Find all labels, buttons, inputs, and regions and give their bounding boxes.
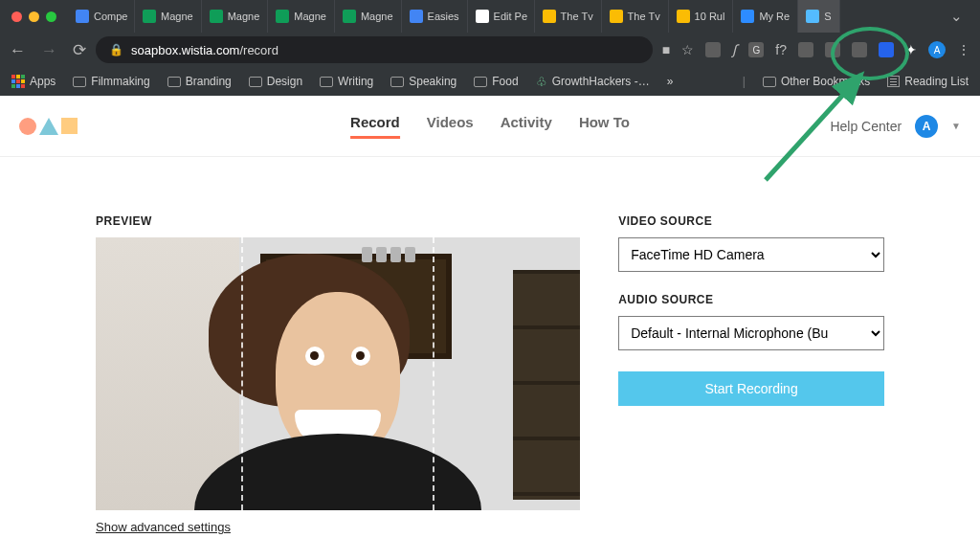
browser-tab[interactable]: Compe [68,0,135,33]
logo-triangle-icon [39,118,58,135]
ext-icon-8[interactable] [879,42,894,57]
tab-label: Easies [428,11,459,22]
page: RecordVideosActivityHow To Help Center A… [0,96,980,535]
other-bookmarks-label: Other Bookmarks [781,75,870,88]
tab-label: The Tv [561,11,593,22]
tab-overflow-icon[interactable]: ⌄ [941,8,972,25]
camera-icon[interactable]: ■ [662,42,670,57]
browser-tab[interactable]: 10 Rul [669,0,734,33]
start-recording-button[interactable]: Start Recording [618,371,884,406]
advanced-settings-link[interactable]: Show advanced settings [96,520,231,534]
chevron-down-icon[interactable]: ▼ [951,121,961,131]
folder-icon [73,77,86,87]
record-content: PREVIEW Show advanced settings VIDEO SOU… [0,157,980,535]
folder-icon [249,77,262,87]
sheets-favicon [276,10,289,23]
reading-list[interactable]: Reading List [887,75,969,88]
address-bar: ← → ⟳ 🔒 soapbox.wistia.com/record ■ ☆ ʃ … [0,33,980,67]
browser-tab[interactable]: My Re [733,0,798,33]
camera-preview [96,237,580,510]
other-bookmarks[interactable]: Other Bookmarks [763,75,870,88]
reading-list-icon [887,76,900,87]
folder-icon [320,77,333,87]
bookmark-label: Speaking [409,75,457,88]
browser-tab[interactable]: S [798,0,839,33]
apps-label: Apps [30,75,56,88]
toolbar-right: ■ ☆ ʃ G f? ✦ A ⋮ [662,41,970,58]
lock-icon: 🔒 [109,43,123,56]
ext-icon-2[interactable]: ʃ [732,42,737,57]
bookmark-label: Branding [186,75,232,88]
ext-icon-7[interactable] [852,42,867,57]
browser-tab[interactable]: Magne [135,0,202,33]
browser-tab[interactable]: The Tv [602,0,669,33]
help-center-link[interactable]: Help Center [830,119,902,134]
logo-circle-icon [19,118,36,135]
profile-avatar[interactable]: A [928,41,946,58]
apps-icon [11,75,25,88]
ext-icon-3[interactable]: G [748,42,764,57]
browser-tab[interactable]: The Tv [535,0,602,33]
ext-icon-6[interactable] [825,42,840,57]
docs-favicon [410,10,423,23]
bookmark-label: Writing [338,75,373,88]
tab-label: The Tv [628,11,660,22]
browser-tab[interactable]: Magne [335,0,402,33]
back-icon[interactable]: ← [10,42,26,58]
audio-source-label: AUDIO SOURCE [618,293,884,306]
wp-favicon [476,10,489,23]
browser-tab[interactable]: Easies [402,0,468,33]
bookmark-folder[interactable]: Speaking [390,75,457,88]
folder-icon [763,77,776,87]
sheets-favicon [343,10,356,23]
apps-shortcut[interactable]: Apps [11,75,56,88]
user-avatar[interactable]: A [915,115,938,138]
browser-tab[interactable]: Magne [202,0,269,33]
extensions-icon[interactable]: ✦ [905,42,917,57]
tab-label: Magne [361,11,393,22]
logo-square-icon [61,118,78,134]
tab-label: Magne [294,11,326,22]
close-window-icon[interactable] [11,11,22,22]
star-icon[interactable]: ☆ [681,42,694,57]
bookmark-folder[interactable]: Food [474,75,518,88]
docs-favicon [76,10,89,23]
maximize-window-icon[interactable] [46,11,56,22]
ext-icon-5[interactable] [798,42,813,57]
bookmark-folder[interactable]: Writing [320,75,373,88]
audio-source-select[interactable]: Default - Internal Microphone (Bu [618,316,884,350]
soapbox-logo[interactable] [19,118,78,135]
nav-links: RecordVideosActivityHow To [350,114,630,139]
video-source-select[interactable]: FaceTime HD Camera [618,237,884,272]
url-text: soapbox.wistia.com/record [131,43,278,57]
tab-label: S [824,11,831,22]
nav-link-how-to[interactable]: How To [579,114,630,139]
bookmark-folder[interactable]: Filmmaking [73,75,149,88]
forward-icon[interactable]: → [41,42,57,58]
nav-link-videos[interactable]: Videos [427,114,474,139]
video-source-label: VIDEO SOURCE [618,214,884,228]
minimize-window-icon[interactable] [29,11,39,22]
tab-label: Magne [228,11,260,22]
tab-label: Magne [161,11,193,22]
url-field[interactable]: 🔒 soapbox.wistia.com/record [96,36,653,63]
nav-link-activity[interactable]: Activity [501,114,552,139]
wistia-favicon [806,10,819,23]
tab-label: My Re [759,11,790,22]
tab-label: 10 Rul [695,11,725,22]
ext-icon-1[interactable] [705,42,721,57]
tab-label: Compe [94,11,127,22]
kebab-menu-icon[interactable]: ⋮ [957,42,970,57]
bookmark-folder[interactable]: Branding [167,75,232,88]
nav-link-record[interactable]: Record [350,114,400,139]
bookmark-label: Filmmaking [91,75,149,88]
browser-tab[interactable]: Edit Pe [468,0,535,33]
window-controls[interactable] [8,11,62,22]
bookmarks-overflow[interactable]: » [667,75,674,88]
browser-tab[interactable]: Magne [268,0,335,33]
ext-icon-4[interactable]: f? [775,42,787,57]
bookmark-folder[interactable]: Design [249,75,302,88]
bookmark-growthhackers[interactable]: ♧ GrowthHackers -… [536,75,650,89]
reload-icon[interactable]: ⟳ [73,42,86,58]
bookmarks-bar: Apps FilmmakingBrandingDesignWritingSpea… [0,67,980,96]
